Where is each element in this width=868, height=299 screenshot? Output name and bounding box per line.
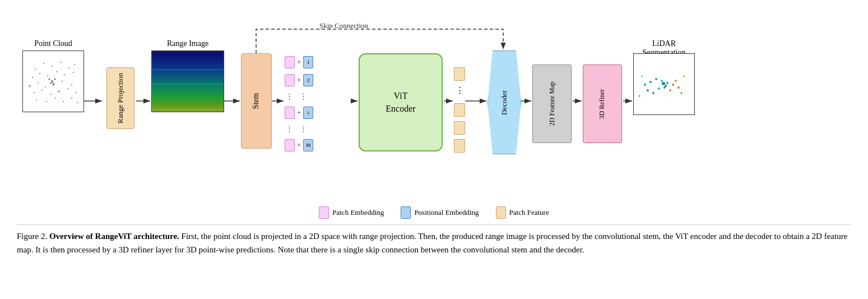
svg-point-54: [666, 82, 669, 84]
output-token-1: [454, 67, 465, 81]
pos-embed-m: M: [303, 139, 313, 151]
svg-point-22: [64, 74, 65, 75]
range-image-label: Range Image: [151, 39, 224, 48]
svg-point-40: [71, 98, 72, 99]
svg-point-20: [47, 75, 48, 76]
decoder-label: Decoder: [500, 90, 509, 114]
figure-bold-text: Overview of RangeViT architecture.: [49, 232, 179, 241]
patch-row-1: + 1: [285, 56, 352, 68]
feature-map-container: 2D Feature Map: [532, 65, 572, 143]
patch-row-2: + 2: [285, 74, 352, 86]
pos-embed-2: 2: [303, 74, 313, 86]
refiner-container: 3D Refiner: [583, 65, 622, 143]
legend-patch-feat-icon: [496, 206, 506, 219]
svg-rect-48: [153, 69, 223, 71]
svg-point-36: [36, 99, 37, 100]
svg-rect-49: [153, 83, 223, 85]
legend-patch-feature: Patch Feature: [496, 206, 549, 219]
svg-point-32: [50, 94, 52, 95]
svg-rect-11: [24, 52, 83, 111]
legend-pos-embedding: Positional Embedding: [401, 206, 479, 219]
dots-1: ⋮: [286, 92, 293, 101]
plus-m: +: [297, 141, 301, 150]
stem-label: Stem: [252, 93, 261, 109]
svg-point-26: [45, 86, 46, 88]
svg-point-29: [71, 84, 72, 85]
decoder-container: Decoder: [488, 50, 521, 154]
svg-point-23: [73, 72, 74, 73]
feature-map-label: 2D Feature Map: [547, 82, 556, 126]
vit-encoder-label: ViTEncoder: [386, 90, 415, 115]
output-token-3: [454, 121, 465, 135]
svg-point-13: [43, 63, 44, 64]
point-cloud-image: [24, 52, 83, 111]
point-cloud-box: [22, 50, 84, 112]
svg-point-68: [681, 93, 683, 94]
patch-embedding-section: + 1 + 2 ⋮ ⋮ + i ⋮ ⋮ + M: [285, 56, 352, 157]
svg-point-43: [48, 78, 50, 80]
range-projection-box: Range Projection: [106, 67, 134, 129]
svg-point-41: [77, 102, 78, 103]
dots-3: ⋮: [286, 125, 293, 134]
plus-1: +: [297, 58, 301, 67]
svg-point-24: [29, 85, 30, 86]
svg-point-45: [50, 82, 52, 84]
svg-point-46: [53, 82, 54, 84]
svg-point-21: [56, 71, 57, 72]
svg-point-67: [684, 76, 685, 77]
vit-encoder-box: ViTEncoder: [359, 53, 443, 151]
patch-row-i: + i: [285, 107, 352, 119]
legend-pos-embed-icon: [401, 206, 411, 219]
svg-point-59: [677, 86, 680, 89]
svg-point-63: [644, 84, 646, 86]
svg-point-52: [655, 78, 657, 80]
range-projection-container: Range Projection: [104, 65, 137, 132]
dots-2: ⋮: [300, 92, 307, 101]
svg-point-60: [669, 89, 671, 91]
svg-point-69: [639, 95, 640, 97]
refiner-box: 3D Refiner: [583, 65, 622, 143]
pos-embed-i: i: [303, 107, 313, 119]
patch-embed-1: [285, 56, 295, 68]
legend-patch-embed-icon: [319, 206, 329, 219]
svg-point-34: [67, 88, 68, 89]
svg-point-17: [74, 64, 75, 65]
feature-map-box: 2D Feature Map: [532, 65, 572, 143]
legend-patch-embedding: Patch Embedding: [319, 206, 384, 219]
patch-row-m: + M: [285, 139, 352, 151]
stem-box: Stem: [241, 53, 272, 149]
patch-row-dots-2: ⋮ ⋮: [285, 125, 352, 134]
svg-point-42: [51, 80, 53, 82]
svg-point-14: [52, 66, 53, 67]
svg-point-61: [652, 92, 655, 94]
svg-point-16: [68, 67, 69, 68]
output-token-4: [454, 139, 465, 153]
svg-point-66: [642, 76, 643, 77]
svg-point-37: [46, 101, 47, 102]
svg-point-15: [60, 62, 61, 63]
lidar-image: [634, 54, 695, 115]
output-token-dots: ⋮: [454, 85, 465, 99]
legend-patch-feat-label: Patch Feature: [509, 208, 549, 217]
legend: Patch Embedding Positional Embedding Pat…: [17, 206, 851, 219]
decoder-box: Decoder: [488, 50, 521, 154]
pos-embed-1: 1: [303, 56, 313, 68]
output-tokens-section: ⋮: [454, 67, 476, 157]
patch-embed-i: [285, 107, 295, 119]
svg-point-56: [658, 88, 660, 90]
svg-point-44: [54, 78, 55, 80]
svg-point-53: [661, 80, 663, 82]
svg-point-35: [75, 92, 76, 93]
patch-embed-m: [285, 139, 295, 151]
svg-point-38: [55, 98, 56, 99]
patch-row-dots-1: ⋮ ⋮: [285, 92, 352, 101]
svg-point-25: [38, 82, 39, 84]
plus-2: +: [297, 76, 301, 85]
svg-point-58: [675, 80, 677, 82]
plus-i: +: [297, 108, 301, 117]
svg-point-19: [39, 73, 40, 74]
range-projection-label: Range Projection: [116, 73, 125, 123]
svg-point-64: [662, 82, 665, 85]
svg-point-30: [34, 92, 35, 93]
svg-point-33: [58, 90, 59, 92]
